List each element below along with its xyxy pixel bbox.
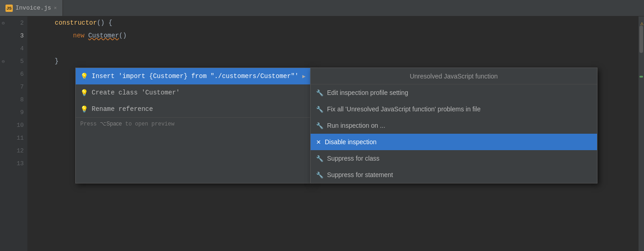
code-line-5: } — [27, 55, 639, 68]
line-6: 6 — [0, 68, 27, 80]
js-file-icon: JS — [5, 5, 13, 12]
inspection-item-suppress-class[interactable]: 🔧 Suppress for class — [311, 150, 597, 167]
line-5: ⊖ 5 — [0, 55, 27, 68]
quickfix-hint: Press ⌥Space to open preview — [76, 117, 310, 130]
bulb-icon-3: 💡 — [80, 105, 88, 113]
line-number-gutter: ⊖ 2 3 4 ⊖ 5 6 7 8 9 10 11 12 13 — [0, 16, 27, 251]
code-line-4 — [27, 42, 639, 55]
inspection-item-fix-all[interactable]: 🔧 Fix all 'Unresolved JavaScript functio… — [311, 101, 597, 117]
inspection-label-suppress-class: Suppress for class — [327, 155, 379, 162]
inspection-item-run-inspection[interactable]: 🔧 Run inspection on ... — [311, 117, 597, 134]
tab-close-icon[interactable]: × — [54, 5, 57, 11]
code-line-2: constructor() { — [27, 16, 639, 29]
line-11: 11 — [0, 131, 27, 144]
quickfix-label-rename-ref: Rename reference — [92, 105, 153, 113]
quickfix-hint-text: Press ⌥Space to open preview — [80, 120, 174, 127]
quickfix-item-rename-ref[interactable]: 💡 Rename reference — [76, 101, 310, 117]
fold-arrow-2[interactable]: ⊖ — [2, 20, 5, 26]
fold-arrow-5[interactable]: ⊖ — [2, 58, 5, 64]
tab-bar: JS Invoice.js × — [0, 0, 644, 16]
inspection-label-run-inspection: Run inspection on ... — [327, 122, 385, 129]
wrench-icon-1: 🔧 — [316, 89, 323, 96]
arrow-right-icon: ▶ — [302, 73, 306, 80]
quickfix-item-insert-import[interactable]: 💡 Insert 'import {Customer} from "./cust… — [76, 68, 310, 84]
inspection-label-suppress-statement: Suppress for statement — [327, 171, 393, 178]
line-4: 4 — [0, 42, 27, 55]
tab-invoice-js[interactable]: JS Invoice.js × — [0, 0, 63, 16]
scrollbar-thumb[interactable] — [639, 26, 643, 53]
popup-area: 💡 Insert 'import {Customer} from "./cust… — [75, 68, 597, 183]
quickfix-label-create-class: Create class 'Customer' — [92, 89, 180, 96]
line-13: 13 — [0, 157, 27, 170]
line-3: 3 — [0, 29, 27, 42]
quickfix-label-insert-import: Insert 'import {Customer} from "./custom… — [92, 73, 299, 80]
wrench-icon-5: 🔧 — [316, 172, 323, 178]
code-line-3: new Customer() — [27, 29, 639, 42]
line-12: 12 — [0, 144, 27, 157]
scrollbar[interactable]: ⚠ — [639, 16, 644, 251]
wrench-icon-3: 🔧 — [316, 122, 323, 129]
quickfix-popup: 💡 Insert 'import {Customer} from "./cust… — [75, 68, 311, 183]
inspection-item-disable[interactable]: ✕ Disable inspection — [311, 134, 597, 150]
editor-area: ⊖ 2 3 4 ⊖ 5 6 7 8 9 10 11 12 13 construc… — [0, 16, 644, 251]
inspection-label-edit-profile: Edit inspection profile setting — [327, 89, 408, 96]
scroll-indicator — [639, 76, 643, 78]
line-10: 10 — [0, 119, 27, 131]
inspection-label-fix-all: Fix all 'Unresolved JavaScript function'… — [327, 105, 481, 113]
line-9: 9 — [0, 106, 27, 119]
wrench-icon-4: 🔧 — [316, 155, 323, 162]
line-7: 7 — [0, 80, 27, 93]
bulb-icon-2: 💡 — [80, 89, 88, 97]
wrench-icon-2: 🔧 — [316, 106, 323, 113]
tab-filename: Invoice.js — [16, 5, 51, 11]
inspection-item-edit-profile[interactable]: 🔧 Edit inspection profile setting — [311, 84, 597, 101]
inspection-header-label: Unresolved JavaScript function — [410, 73, 498, 80]
inspection-item-suppress-statement[interactable]: 🔧 Suppress for statement — [311, 167, 597, 183]
line-2: ⊖ 2 — [0, 16, 27, 29]
line-8: 8 — [0, 93, 27, 106]
inspection-popup: Unresolved JavaScript function 🔧 Edit in… — [310, 68, 597, 183]
inspection-label-disable: Disable inspection — [325, 138, 377, 146]
inspection-popup-header: Unresolved JavaScript function — [311, 68, 597, 84]
quickfix-item-create-class[interactable]: 💡 Create class 'Customer' — [76, 84, 310, 101]
bulb-icon-1: 💡 — [80, 73, 88, 80]
x-icon: ✕ — [316, 139, 321, 146]
